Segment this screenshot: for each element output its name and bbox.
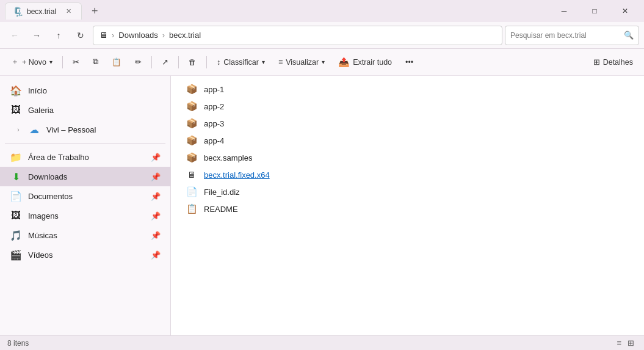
copy-icon: ⧉ <box>93 57 98 67</box>
separator-3 <box>178 56 179 68</box>
sort-label: Classificar <box>223 58 259 67</box>
address-bar[interactable]: 🖥 › Downloads › becx.trial <box>93 26 502 45</box>
file-icon-app-3: 📦 <box>186 117 198 129</box>
details-button[interactable]: ⊞ Detalhes <box>587 53 639 72</box>
file-name-becx-samples: becx.samples <box>204 153 252 162</box>
file-icon-app-4: 📦 <box>186 134 198 147</box>
cut-icon: ✂ <box>73 57 79 67</box>
file-item-app-4[interactable]: 📦 app-4 <box>181 132 634 149</box>
sort-icon: ↕ <box>217 58 220 67</box>
file-name-readme: README <box>204 205 238 214</box>
paste-button[interactable]: 📋 <box>106 53 128 72</box>
file-item-becx-samples[interactable]: 📦 becx.samples <box>181 149 634 166</box>
sidebar-item-area-trabalho[interactable]: 📁 Área de Trabalho 📌 <box>0 147 170 167</box>
search-input[interactable] <box>510 31 620 40</box>
breadcrumb-downloads: Downloads <box>118 31 157 40</box>
file-name-becx-trial-fixed: becx.trial.fixed.x64 <box>204 170 270 180</box>
sidebar-item-galeria[interactable]: 🖼 Galeria <box>0 100 170 120</box>
share-button[interactable]: ↗ <box>156 53 175 72</box>
file-icon-app-1: 📦 <box>186 83 198 95</box>
file-name-app-2: app-2 <box>204 102 224 111</box>
sidebar-label-documentos: Documentos <box>28 192 145 201</box>
share-icon: ↗ <box>162 57 168 67</box>
tab-icon: 🗜️ <box>13 7 23 16</box>
sidebar-item-videos[interactable]: 🎬 Vídeos 📌 <box>0 245 170 264</box>
close-button[interactable]: ✕ <box>611 1 639 21</box>
new-tab-button[interactable]: + <box>87 3 103 19</box>
separator-2 <box>151 56 152 68</box>
tab-close-button[interactable]: ✕ <box>63 6 74 16</box>
extract-label: Extrair tudo <box>353 58 392 67</box>
extract-button[interactable]: 📤 Extrair tudo <box>332 53 398 72</box>
refresh-button[interactable]: ↻ <box>71 26 90 45</box>
file-icon-app-2: 📦 <box>186 100 198 112</box>
sidebar: 🏠 Início 🖼 Galeria › ☁ Vivi – Pessoal 📁 … <box>0 76 171 335</box>
sort-button[interactable]: ↕ Classificar ▾ <box>211 53 271 72</box>
status-bar: 8 itens ≡ ⊞ <box>0 335 644 350</box>
toolbar: ＋ + Novo ▾ ✂ ⧉ 📋 ✏ ↗ 🗑 ↕ Classificar ▾ ≡… <box>0 49 644 76</box>
sidebar-item-documentos[interactable]: 📄 Documentos 📌 <box>0 186 170 206</box>
details-icon: ⊞ <box>593 57 600 67</box>
view-buttons: ≡ ⊞ <box>614 337 637 349</box>
delete-button[interactable]: 🗑 <box>183 53 203 72</box>
breadcrumb-current: becx.trial <box>169 31 201 40</box>
file-icon-file-id-diz: 📄 <box>186 186 198 198</box>
main-content: 🏠 Início 🖼 Galeria › ☁ Vivi – Pessoal 📁 … <box>0 76 644 335</box>
new-icon: ＋ <box>11 57 19 67</box>
paste-icon: 📋 <box>112 57 121 67</box>
file-name-app-3: app-3 <box>204 119 224 128</box>
sidebar-item-imagens[interactable]: 🖼 Imagens 📌 <box>0 206 170 225</box>
rename-icon: ✏ <box>135 57 142 67</box>
separator-1 <box>62 56 63 68</box>
view-button[interactable]: ≡ Visualizar ▾ <box>272 53 331 72</box>
file-item-file-id-diz[interactable]: 📄 File_id.diz <box>181 183 634 200</box>
sidebar-label-galeria: Galeria <box>28 106 161 115</box>
rename-button[interactable]: ✏ <box>129 53 148 72</box>
cut-button[interactable]: ✂ <box>67 53 85 72</box>
sidebar-item-downloads[interactable]: ⬇ Downloads 📌 <box>0 167 170 186</box>
file-item-app-3[interactable]: 📦 app-3 <box>181 115 634 132</box>
file-item-readme[interactable]: 📋 README <box>181 200 634 217</box>
imagens-pin-icon: 📌 <box>151 211 161 221</box>
area-trabalho-pin-icon: 📌 <box>151 153 161 162</box>
grid-view-button[interactable]: ⊞ <box>625 337 637 349</box>
active-tab[interactable]: 🗜️ becx.trial ✕ <box>5 2 82 20</box>
separator-4 <box>206 56 207 68</box>
item-count: 8 itens <box>7 339 29 348</box>
sidebar-item-vivi[interactable]: › ☁ Vivi – Pessoal <box>0 120 170 139</box>
back-button[interactable]: ← <box>5 26 24 45</box>
file-icon-becx-samples: 📦 <box>186 151 198 164</box>
sidebar-separator <box>5 143 165 144</box>
file-item-becx-trial-fixed[interactable]: 🖥 becx.trial.fixed.x64 <box>181 166 634 183</box>
list-view-button[interactable]: ≡ <box>614 337 624 349</box>
sidebar-label-videos: Vídeos <box>28 250 145 260</box>
file-content: 📦 app-1 📦 app-2 📦 app-3 📦 app-4 📦 becx.s… <box>171 76 644 335</box>
up-button[interactable]: ↑ <box>49 26 68 45</box>
new-dropdown-icon: ▾ <box>49 59 52 65</box>
videos-pin-icon: 📌 <box>151 250 161 260</box>
window-controls: ─ □ ✕ <box>550 1 639 21</box>
view-dropdown-icon: ▾ <box>322 59 325 65</box>
imagens-icon: 🖼 <box>10 210 22 222</box>
file-name-app-1: app-1 <box>204 85 224 94</box>
copy-button[interactable]: ⧉ <box>87 53 104 72</box>
sidebar-item-musicas[interactable]: 🎵 Músicas 📌 <box>0 225 170 245</box>
forward-button[interactable]: → <box>27 26 46 45</box>
search-icon: 🔍 <box>624 31 634 40</box>
sidebar-item-inicio[interactable]: 🏠 Início <box>0 81 170 100</box>
search-box[interactable]: 🔍 <box>505 26 639 45</box>
minimize-button[interactable]: ─ <box>550 1 578 21</box>
more-icon: ••• <box>405 58 413 67</box>
expand-vivi-icon[interactable]: › <box>10 126 22 133</box>
delete-icon: 🗑 <box>189 58 197 67</box>
new-button[interactable]: ＋ + Novo ▾ <box>5 53 59 72</box>
maximize-button[interactable]: □ <box>581 1 609 21</box>
file-name-app-4: app-4 <box>204 136 224 145</box>
downloads-pin-icon: 📌 <box>151 172 161 181</box>
sort-dropdown-icon: ▾ <box>262 59 265 65</box>
vivi-icon: ☁ <box>28 123 40 136</box>
more-button[interactable]: ••• <box>399 53 419 72</box>
file-item-app-1[interactable]: 📦 app-1 <box>181 81 634 98</box>
file-item-app-2[interactable]: 📦 app-2 <box>181 98 634 115</box>
downloads-icon: ⬇ <box>10 170 22 183</box>
